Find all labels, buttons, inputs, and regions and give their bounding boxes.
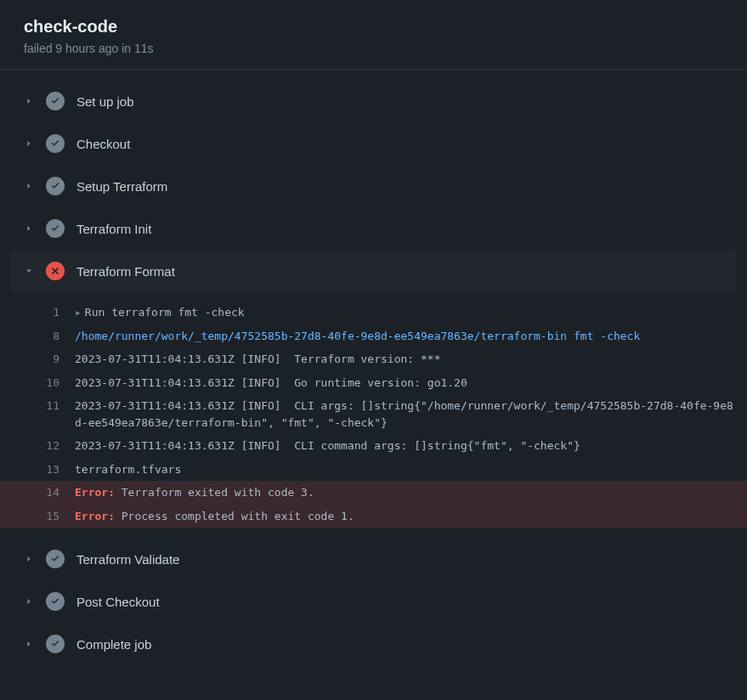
step-label: Setup Terraform bbox=[76, 179, 167, 194]
log-content: /home/runner/work/_temp/4752585b-27d8-40… bbox=[75, 328, 747, 345]
step-label: Post Checkout bbox=[76, 595, 160, 609]
step-terraform-validate[interactable]: Terraform Validate bbox=[0, 538, 747, 580]
step-label: Set up job bbox=[76, 94, 134, 109]
steps-list: Set up job Checkout Setup Terraform Terr… bbox=[0, 70, 747, 665]
job-subtitle: failed 9 hours ago in 11s bbox=[24, 42, 723, 55]
chevron-right-icon bbox=[24, 96, 34, 106]
log-content: 2023-07-31T11:04:13.631Z [INFO] Go runti… bbox=[75, 375, 747, 392]
step-label: Checkout bbox=[76, 137, 130, 151]
log-line[interactable]: 1 ▸Run terraform fmt -check bbox=[0, 301, 747, 325]
line-number: 15 bbox=[0, 508, 75, 525]
log-line-error: 14 Error: Terraform exited with code 3. bbox=[0, 481, 747, 505]
check-circle-icon bbox=[46, 92, 65, 110]
step-terraform-format[interactable]: Terraform Format bbox=[10, 250, 737, 292]
log-content: 2023-07-31T11:04:13.631Z [INFO] CLI args… bbox=[75, 398, 747, 431]
job-title: check-code bbox=[24, 17, 723, 37]
log-line-error: 15 Error: Process completed with exit co… bbox=[0, 505, 747, 528]
check-circle-icon bbox=[46, 134, 65, 153]
check-circle-icon bbox=[46, 592, 65, 611]
line-number: 10 bbox=[0, 375, 75, 392]
log-content: terraform.tfvars bbox=[75, 461, 747, 478]
log-text: Run terraform fmt -check bbox=[85, 306, 245, 319]
chevron-right-icon bbox=[24, 639, 34, 649]
log-line: 11 2023-07-31T11:04:13.631Z [INFO] CLI a… bbox=[0, 394, 747, 434]
triangle-right-icon: ▸ bbox=[75, 306, 82, 319]
chevron-right-icon bbox=[24, 596, 34, 607]
line-number: 14 bbox=[0, 484, 75, 501]
log-content: Error: Terraform exited with code 3. bbox=[75, 484, 747, 501]
check-circle-icon bbox=[46, 219, 65, 238]
step-label: Terraform Init bbox=[76, 222, 151, 236]
error-text: Process completed with exit code 1. bbox=[115, 510, 354, 522]
chevron-right-icon bbox=[24, 181, 34, 191]
error-label: Error: bbox=[75, 486, 115, 499]
chevron-right-icon bbox=[24, 554, 34, 564]
log-output: 1 ▸Run terraform fmt -check 8 /home/runn… bbox=[0, 292, 747, 538]
check-circle-icon bbox=[46, 635, 65, 653]
log-line: 8 /home/runner/work/_temp/4752585b-27d8-… bbox=[0, 325, 747, 348]
line-number: 13 bbox=[0, 461, 75, 478]
error-text: Terraform exited with code 3. bbox=[115, 486, 314, 499]
chevron-right-icon bbox=[24, 223, 34, 234]
log-content: ▸Run terraform fmt -check bbox=[75, 304, 747, 321]
step-terraform-init[interactable]: Terraform Init bbox=[0, 207, 747, 250]
step-label: Terraform Validate bbox=[76, 552, 179, 567]
x-circle-icon bbox=[46, 262, 65, 280]
step-checkout[interactable]: Checkout bbox=[0, 122, 747, 165]
error-label: Error: bbox=[75, 510, 115, 522]
check-circle-icon bbox=[46, 177, 65, 195]
log-line: 12 2023-07-31T11:04:13.631Z [INFO] CLI c… bbox=[0, 434, 747, 458]
step-label: Terraform Format bbox=[76, 264, 175, 279]
line-number: 8 bbox=[0, 328, 75, 345]
line-number: 9 bbox=[0, 351, 75, 368]
chevron-down-icon bbox=[24, 266, 34, 276]
check-circle-icon bbox=[46, 550, 65, 568]
line-number: 11 bbox=[0, 398, 75, 415]
log-content: Error: Process completed with exit code … bbox=[75, 508, 747, 525]
step-complete-job[interactable]: Complete job bbox=[0, 623, 747, 665]
log-content: 2023-07-31T11:04:13.631Z [INFO] CLI comm… bbox=[75, 438, 747, 454]
step-label: Complete job bbox=[76, 637, 151, 652]
line-number: 1 bbox=[0, 304, 75, 321]
log-line: 13 terraform.tfvars bbox=[0, 458, 747, 482]
chevron-right-icon bbox=[24, 138, 34, 149]
job-header: check-code failed 9 hours ago in 11s bbox=[0, 0, 747, 70]
log-line: 9 2023-07-31T11:04:13.631Z [INFO] Terraf… bbox=[0, 347, 747, 371]
log-content: 2023-07-31T11:04:13.631Z [INFO] Terrafor… bbox=[75, 351, 747, 368]
step-setup-job[interactable]: Set up job bbox=[0, 80, 747, 122]
step-post-checkout[interactable]: Post Checkout bbox=[0, 580, 747, 623]
line-number: 12 bbox=[0, 438, 75, 454]
step-setup-terraform[interactable]: Setup Terraform bbox=[0, 165, 747, 207]
log-line: 10 2023-07-31T11:04:13.631Z [INFO] Go ru… bbox=[0, 371, 747, 395]
